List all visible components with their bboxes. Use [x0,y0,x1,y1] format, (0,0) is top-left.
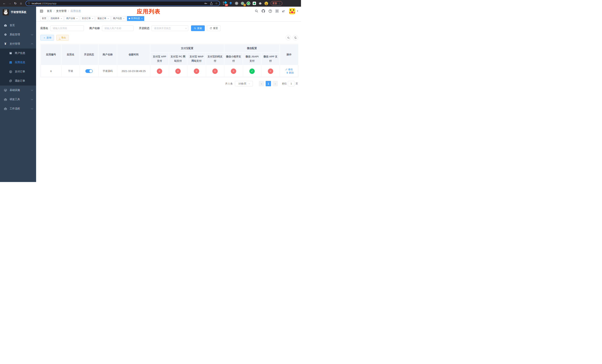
tab-payment-orders[interactable]: 支付订单× [80,16,95,21]
delete-link[interactable]: 删除 [286,71,294,75]
bookmark-star-icon[interactable]: ☆ [215,2,218,5]
search-button[interactable]: 搜索 [191,25,205,31]
browser-toolbar: ← → ↻ ⌂ ⓘ localhost:1024/pay/app ☆ 10 ⌘ … [0,0,301,7]
breadcrumb: 首页 / 支付管理 / 应用信息 [47,10,81,13]
extension-chat-icon[interactable] [252,1,256,5]
page-size-select[interactable]: 10条/页 [235,81,253,86]
app-name-input[interactable] [50,25,84,31]
active-dot [129,18,130,19]
profile-emoji-icon[interactable] [264,1,268,5]
sidebar-item-payment[interactable]: ¥ 支付管理 [0,39,36,49]
refresh-icon [210,27,212,30]
col-alipay-wap: 支付宝 WAP 网站支付 [187,53,206,65]
browser-update-button[interactable]: 更新 ⋮ [271,1,282,6]
app-logo-row[interactable]: 芋道管理系统 [0,7,36,17]
address-bar[interactable]: ⓘ localhost:1024/pay/app ☆ [26,1,220,6]
sidebar: 芋道管理系统 首页 系统管理 ¥ 支付管理 [0,7,36,182]
sidebar-item-merchant-info[interactable]: 商户信息 [0,49,36,58]
refresh-table-button[interactable] [293,35,298,40]
col-app-name: 应用名 [61,44,80,65]
breadcrumb-payment[interactable]: 支付管理 [56,10,66,13]
extension-gem-icon[interactable] [229,1,233,5]
group-wechat-config: 微信配置 [224,44,280,53]
sidebar-item-infrastructure[interactable]: 基础设施 [0,86,36,95]
page-1-button[interactable]: 1 [266,81,271,86]
close-icon[interactable]: × [123,17,124,20]
col-wechat-mini: 微信小程序支付 [224,53,243,65]
extension-command-icon[interactable]: ⌘ [235,1,238,5]
extension-diamond-icon[interactable]: 10 [223,1,226,5]
browser-back-icon[interactable]: ← [2,1,7,6]
status-select[interactable] [152,25,188,31]
gear-icon [4,33,7,36]
tab-refund-orders[interactable]: 退款订单× [96,16,110,21]
tab-home[interactable]: 首页 [40,16,48,21]
extensions-area: 10 ⌘ 1 y [223,1,268,5]
toggle-search-button[interactable] [286,35,291,40]
page-content: 应用名 商户名称 开启状态 搜索 重置 [36,22,301,182]
font-size-icon[interactable]: TT [282,10,286,13]
header-search-icon[interactable] [255,9,258,13]
close-icon[interactable]: × [108,17,109,20]
navbar: 首页 / 支付管理 / 应用信息 应用列表 TT ▾ [36,7,301,15]
sidebar-item-workflow[interactable]: 工作流程 [0,104,36,113]
app-title: 芋道管理系统 [11,11,26,14]
col-merchant: 商户名称 [98,44,117,65]
edit-link[interactable]: 修改 [285,68,293,71]
reset-button[interactable]: 重置 [207,25,221,31]
next-page-button[interactable]: › [272,81,278,86]
search-icon [287,36,290,39]
browser-reload-icon[interactable]: ↻ [13,1,18,6]
goto-label: 前往 [282,82,287,85]
wechat-app-status-icon: × [268,68,273,74]
password-key-icon[interactable] [204,2,207,5]
github-icon[interactable] [261,9,265,13]
user-menu-caret-icon[interactable]: ▾ [297,10,298,12]
close-icon[interactable]: × [76,17,77,20]
sidebar-item-app-info[interactable]: 应用信息 [0,58,36,67]
user-avatar[interactable] [289,8,295,14]
browser-home-icon[interactable]: ⌂ [19,1,23,6]
sidebar-item-refund-orders[interactable]: 退款订单 [0,76,36,86]
extension-avatar-icon[interactable]: 1 [241,1,244,5]
export-button[interactable]: ↓ 导出 [56,35,69,41]
share-icon[interactable] [210,2,213,5]
browser-menu-icon[interactable]: ⋮ [278,2,281,5]
yuan-circle-icon [9,70,12,73]
tab-process-form[interactable]: 流程表单× [49,16,64,21]
sidebar-item-system[interactable]: 系统管理 [0,30,36,39]
close-icon[interactable]: × [141,17,142,20]
close-icon[interactable]: × [61,17,62,20]
help-icon[interactable] [269,9,272,13]
sidebar-item-home[interactable]: 首页 [0,21,36,30]
extension-badge: 10 [225,4,228,6]
fullscreen-icon[interactable] [275,9,279,13]
status-toggle[interactable] [85,69,93,73]
tab-merchant-info[interactable]: 商户信息× [111,16,126,21]
sidebar-item-devtools[interactable]: 研发工具 [0,95,36,104]
merchant-name-input[interactable] [102,25,133,31]
browser-forward-icon[interactable]: → [7,1,12,6]
close-icon[interactable]: × [92,17,93,20]
cell-created-at: 2021-10-23 08:49:25 [117,65,150,77]
extensions-puzzle-icon[interactable] [258,1,262,5]
extension-y-icon[interactable]: y [247,1,250,5]
shop-icon [9,52,12,55]
documents-icon [9,79,12,82]
prev-page-button[interactable]: ‹ [259,81,264,86]
site-info-icon[interactable]: ⓘ [28,2,30,5]
tab-user-group[interactable]: 用户分组× [64,16,79,21]
tab-app-info[interactable]: 应用信息× [127,16,144,21]
col-status: 开启状态 [80,44,98,65]
alipay-pc-status-icon: × [175,68,181,74]
sidebar-collapse-icon[interactable] [39,9,44,14]
alipay-app-status-icon: × [157,68,162,74]
col-alipay-pc: 支付宝 PC 网站支付 [169,53,187,65]
goto-page-input[interactable] [288,81,294,86]
breadcrumb-home[interactable]: 首页 [47,10,52,13]
pagination: 共 1 条 10条/页 ‹ 1 › 前往 页 [40,81,298,86]
status-label: 开启状态 [139,27,149,30]
sidebar-item-payment-orders[interactable]: 支付订单 [0,67,36,76]
payment-submenu: 商户信息 应用信息 支付订单 [0,49,36,86]
add-button[interactable]: ＋ 新增 [40,35,54,41]
